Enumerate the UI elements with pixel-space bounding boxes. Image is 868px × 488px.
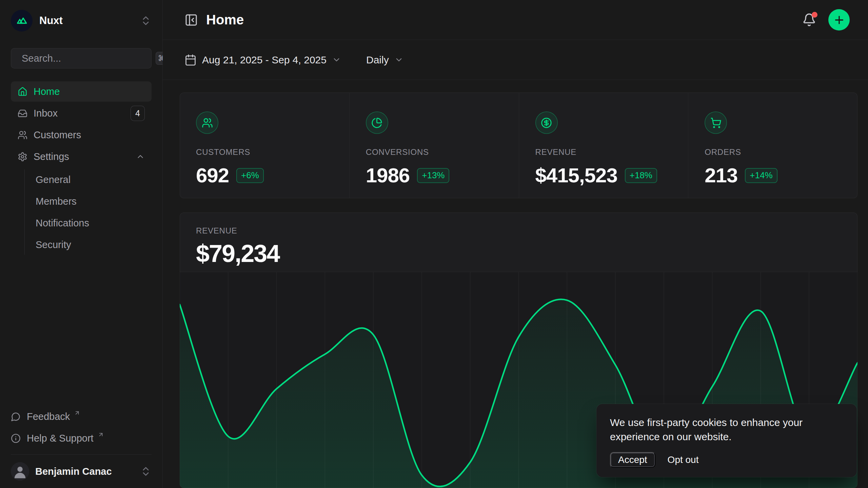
sidebar-item-label: Home [34,86,60,97]
sidebar-footer-links: Feedback Help & Support [11,407,152,448]
sidebar-item-inbox[interactable]: Inbox 4 [11,103,152,123]
date-range-value: Aug 21, 2025 - Sep 4, 2025 [202,54,327,66]
stat-delta-badge: +18% [625,168,657,183]
sidebar-divider [11,454,152,455]
sidebar-subitem-label: General [36,174,71,185]
notifications-button[interactable] [802,13,816,27]
granularity-value: Daily [366,54,389,66]
settings-subnav: General Members Notifications Security [24,169,152,255]
cookie-banner: We use first-party cookies to enhance yo… [596,404,857,477]
pie-chart-icon [371,117,382,128]
stat-value: $415,523 [535,164,617,187]
plus-icon [833,14,845,26]
revenue-panel-label: REVENUE [196,226,841,236]
workspace-name: Nuxt [39,15,63,27]
accept-button[interactable]: Accept [610,452,655,468]
feedback-link[interactable]: Feedback [11,407,152,426]
sidebar-item-notifications[interactable]: Notifications [35,213,152,233]
stat-label: ORDERS [705,147,841,157]
sidebar-nav: Home Inbox 4 Customers Settings [11,81,152,255]
stat-label: CONVERSIONS [366,147,502,157]
inbox-icon [18,108,27,118]
chevrons-up-down-icon [140,466,152,477]
help-support-label: Help & Support [27,433,94,444]
sidebar-item-general[interactable]: General [35,169,152,190]
stat-value: 1986 [366,164,410,187]
feedback-label: Feedback [27,411,70,422]
chevron-up-icon [136,152,145,161]
stat-conversions: CONVERSIONS 1986 +13% [349,93,519,198]
panel-left-close-icon [184,13,198,27]
sidebar-item-settings[interactable]: Settings [11,146,152,167]
stat-value: 692 [196,164,229,187]
gear-icon [18,152,27,162]
nuxt-logo-icon [11,10,33,32]
add-button[interactable] [828,9,850,30]
date-range-picker[interactable]: Aug 21, 2025 - Sep 4, 2025 [184,54,341,66]
user-menu[interactable]: Benjamin Canac [11,460,152,483]
search-input[interactable] [22,53,150,64]
sidebar-subitem-label: Members [36,196,77,207]
calendar-icon [184,54,197,66]
help-support-link[interactable]: Help & Support [11,429,152,448]
sidebar-item-label: Customers [34,129,81,141]
stat-revenue: REVENUE $415,523 +18% [519,93,688,198]
stat-delta-badge: +13% [417,168,449,183]
chevrons-up-down-icon [140,15,152,26]
filter-toolbar: Aug 21, 2025 - Sep 4, 2025 Daily [163,40,868,80]
stat-customers: CUSTOMERS 692 +6% [180,93,349,198]
cookie-message: We use first-party cookies to enhance yo… [610,415,813,444]
avatar [11,462,29,481]
home-icon [18,87,27,97]
stat-orders: ORDERS 213 +14% [688,93,857,198]
search-box[interactable]: ⌘ K [11,48,152,68]
sidebar: Nuxt ⌘ K Home Inbox 4 [0,0,163,488]
user-name: Benjamin Canac [35,466,112,477]
stat-label: REVENUE [535,147,672,157]
sidebar-item-label: Settings [34,151,69,162]
users-icon [202,117,213,128]
opt-out-button[interactable]: Opt out [668,454,699,465]
granularity-select[interactable]: Daily [366,54,403,66]
chat-bubble-icon [11,412,21,422]
workspace-switcher[interactable]: Nuxt [11,9,152,32]
sidebar-item-security[interactable]: Security [35,235,152,255]
dollar-circle-icon [541,117,552,128]
info-circle-icon [11,433,21,443]
stats-card: CUSTOMERS 692 +6% CONVERSIONS 1986 +13% [180,93,857,198]
notification-dot [812,12,817,18]
sidebar-collapse-button[interactable] [184,13,198,27]
revenue-panel-value: $79,234 [196,240,841,267]
sidebar-subitem-label: Notifications [36,218,89,229]
stat-delta-badge: +14% [745,168,777,183]
sidebar-item-label: Inbox [34,108,58,119]
external-link-icon [98,431,104,438]
stat-value: 213 [705,164,737,187]
users-icon [18,130,27,140]
chevron-down-icon [394,55,403,64]
cart-icon [710,117,722,128]
page-title: Home [206,12,244,27]
page-header: Home [163,0,868,40]
sidebar-item-members[interactable]: Members [35,191,152,211]
sidebar-item-home[interactable]: Home [11,81,152,102]
sidebar-subitem-label: Security [36,239,71,250]
chevron-down-icon [332,55,341,64]
sidebar-item-customers[interactable]: Customers [11,125,152,145]
inbox-count-badge: 4 [131,106,145,121]
stat-label: CUSTOMERS [196,147,333,157]
stat-delta-badge: +6% [236,168,264,183]
external-link-icon [74,410,80,416]
